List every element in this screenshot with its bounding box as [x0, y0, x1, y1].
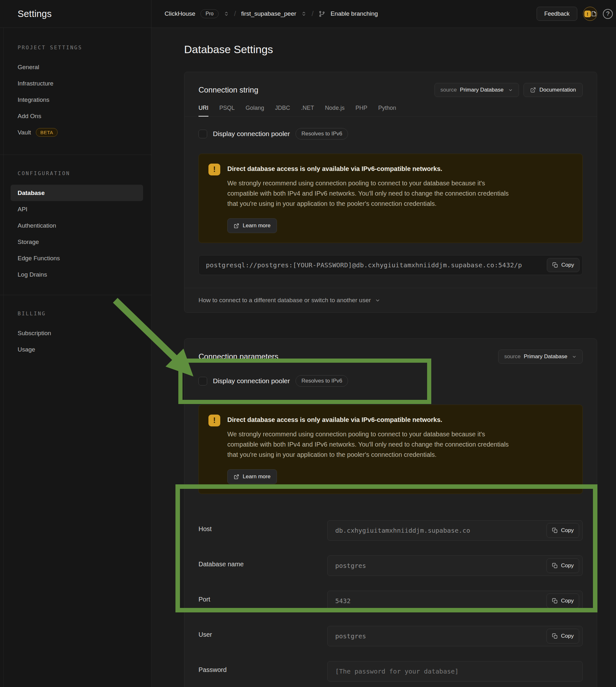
- field-row: Password [The password for your database…: [198, 661, 583, 682]
- field-value: db.cxhygiuitamxhniiddjm.supabase.co: [335, 527, 470, 534]
- field-label: Database name: [198, 555, 327, 568]
- tab[interactable]: Python: [378, 105, 396, 116]
- field-input[interactable]: postgres Copy: [327, 626, 583, 646]
- display-connection-pooler-checkbox[interactable]: [198, 130, 207, 138]
- copy-button[interactable]: Copy: [547, 258, 579, 272]
- sidebar-item[interactable]: Edge Functions: [10, 250, 143, 266]
- git-branch-icon: [318, 10, 325, 17]
- org-switcher-icon[interactable]: [224, 11, 229, 16]
- copy-button[interactable]: Copy: [547, 629, 579, 643]
- sidebar-item[interactable]: Usage: [10, 341, 143, 358]
- tab[interactable]: Node.js: [325, 105, 345, 116]
- copy-button[interactable]: Copy: [547, 594, 579, 608]
- breadcrumb: ClickHouse Pro / first_supabase_peer / E…: [151, 0, 536, 27]
- sidebar-section-configuration: CONFIGURATION Database API Authenticatio…: [0, 155, 151, 295]
- chevron-down-icon: [375, 298, 380, 303]
- copy-icon: [552, 598, 558, 604]
- feedback-button[interactable]: Feedback: [536, 7, 577, 21]
- ipv6-warning-banner: ! Direct database access is only availab…: [198, 405, 583, 494]
- sidebar-item[interactable]: Database: [10, 185, 143, 201]
- sidebar-item-label: Authentication: [18, 222, 56, 229]
- account-avatar[interactable]: !: [583, 7, 597, 21]
- sidebar-item[interactable]: Authentication: [10, 217, 143, 234]
- uri-row: postgresql://postgres:[YOUR-PASSWORD]@db…: [198, 255, 583, 275]
- copy-button[interactable]: Copy: [547, 523, 579, 538]
- tab[interactable]: PHP: [355, 105, 367, 116]
- source-select[interactable]: source Primary Database: [435, 83, 519, 97]
- enable-branching-button[interactable]: Enable branching: [330, 10, 378, 17]
- sidebar-item[interactable]: Add Ons: [10, 108, 143, 124]
- sidebar-item-label: Subscription: [18, 330, 51, 337]
- sidebar-item[interactable]: Integrations: [10, 92, 143, 108]
- page-title: Database Settings: [184, 43, 597, 56]
- sidebar-item[interactable]: Infrastructure: [10, 75, 143, 92]
- sidebar-item[interactable]: General: [10, 59, 143, 75]
- connection-string-tabs: URI PSQL Golang JDBC .NET Node.js PHP Py…: [184, 105, 597, 116]
- sidebar-section-billing: BILLING Subscription Usage: [0, 295, 151, 370]
- source-select-value: Primary Database: [524, 353, 567, 360]
- warning-title: Direct database access is only available…: [227, 163, 509, 173]
- connection-parameter-fields: Host db.cxhygiuitamxhniiddjm.supabase.co…: [184, 494, 597, 687]
- help-icon[interactable]: ?: [603, 9, 613, 19]
- warning-icon: !: [208, 415, 220, 426]
- resolves-to-ipv6-badge: Resolves to IPv6: [295, 128, 348, 139]
- sidebar-item[interactable]: Log Drains: [10, 266, 143, 283]
- source-select[interactable]: source Primary Database: [498, 350, 583, 364]
- resolves-to-ipv6-badge: Resolves to IPv6: [295, 375, 348, 387]
- field-value: postgres: [335, 562, 366, 570]
- sidebar-item[interactable]: Subscription: [10, 325, 143, 341]
- source-select-label: source: [504, 353, 521, 360]
- field-row: Port 5432 Copy: [198, 591, 583, 611]
- main-content: Database Settings Connection string sour…: [151, 28, 616, 687]
- pooler-row: Display connection pooler Resolves to IP…: [198, 375, 583, 387]
- learn-more-button[interactable]: Learn more: [227, 218, 277, 233]
- documentation-button[interactable]: Documentation: [524, 83, 583, 97]
- sidebar-item-label: Add Ons: [18, 113, 41, 120]
- pooler-label: Display connection pooler: [213, 130, 290, 138]
- connection-string-input[interactable]: postgresql://postgres:[YOUR-PASSWORD]@db…: [198, 255, 583, 275]
- display-connection-pooler-checkbox[interactable]: [198, 377, 207, 385]
- sidebar-item-label: Storage: [18, 239, 39, 246]
- field-input[interactable]: [The password for your database] Copy: [327, 661, 583, 682]
- pooler-row: Display connection pooler Resolves to IP…: [198, 128, 583, 139]
- breadcrumb-org[interactable]: ClickHouse: [164, 10, 195, 17]
- field-input[interactable]: postgres Copy: [327, 555, 583, 576]
- field-label: Password: [198, 661, 327, 673]
- chevron-down-icon: [508, 88, 513, 92]
- connection-string-card: Connection string source Primary Databas…: [184, 72, 597, 313]
- field-row: User postgres Copy: [198, 626, 583, 646]
- copy-button[interactable]: Copy: [547, 558, 579, 573]
- sidebar-item-label: Usage: [18, 346, 35, 353]
- tab[interactable]: URI: [198, 105, 208, 116]
- source-select-value: Primary Database: [460, 87, 504, 93]
- section-label: CONFIGURATION: [18, 170, 151, 176]
- breadcrumb-separator: /: [234, 9, 236, 18]
- tab[interactable]: .NET: [301, 105, 314, 116]
- connect-help-toggle[interactable]: How to connect to a different database o…: [184, 288, 597, 312]
- field-label: User: [198, 626, 327, 638]
- warning-body: We strongly recommend using connection p…: [227, 429, 509, 460]
- breadcrumb-project[interactable]: first_supabase_peer: [241, 10, 296, 17]
- sidebar-item[interactable]: Vault BETA: [10, 124, 143, 140]
- sidebar-item-label: Infrastructure: [18, 80, 53, 87]
- source-select-label: source: [441, 87, 457, 93]
- beta-badge: BETA: [36, 128, 58, 137]
- sidebar-item-label: General: [18, 64, 39, 71]
- field-input[interactable]: db.cxhygiuitamxhniiddjm.supabase.co Copy: [327, 520, 583, 541]
- tab[interactable]: JDBC: [275, 105, 290, 116]
- sidebar-item[interactable]: API: [10, 201, 143, 217]
- project-switcher-icon[interactable]: [301, 11, 306, 16]
- connection-parameters-card: Connection parameters source Primary Dat…: [184, 338, 597, 687]
- tab[interactable]: Golang: [246, 105, 264, 116]
- warning-icon: !: [208, 163, 220, 175]
- alert-badge-icon: !: [584, 10, 591, 17]
- external-link-icon: [234, 223, 239, 228]
- learn-more-button[interactable]: Learn more: [227, 469, 277, 484]
- sidebar-item-label: Log Drains: [18, 271, 47, 278]
- field-input[interactable]: 5432 Copy: [327, 591, 583, 611]
- document-icon: [592, 11, 596, 16]
- tab[interactable]: PSQL: [219, 105, 235, 116]
- sidebar-item[interactable]: Storage: [10, 234, 143, 250]
- field-row: Host db.cxhygiuitamxhniiddjm.supabase.co…: [198, 520, 583, 541]
- field-row: Database name postgres Copy: [198, 555, 583, 576]
